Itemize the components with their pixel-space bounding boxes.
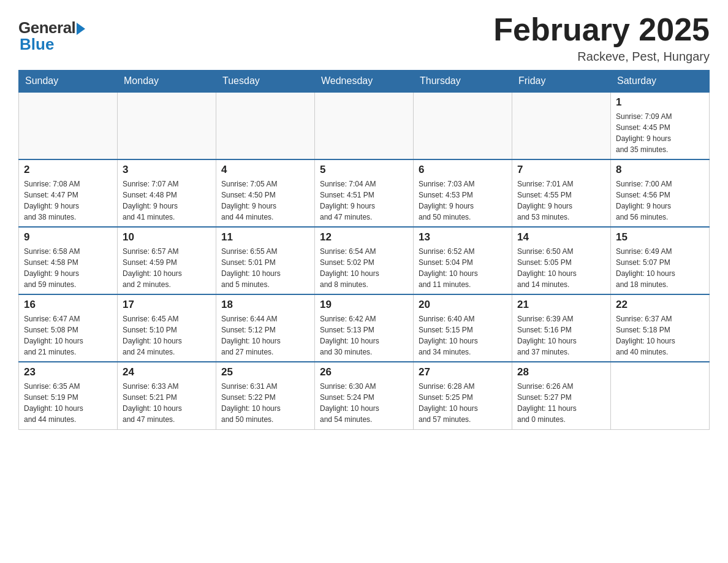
day-number: 17: [123, 299, 211, 311]
logo-blue-text: Blue: [20, 35, 85, 54]
title-block: February 2025 Rackeve, Pest, Hungary: [493, 12, 710, 64]
table-row: [512, 92, 611, 159]
table-row: 4Sunrise: 7:05 AM Sunset: 4:50 PM Daylig…: [216, 159, 315, 227]
month-title: February 2025: [493, 12, 710, 47]
table-row: 2Sunrise: 7:08 AM Sunset: 4:47 PM Daylig…: [19, 159, 118, 227]
day-number: 5: [320, 164, 408, 176]
table-row: 24Sunrise: 6:33 AM Sunset: 5:21 PM Dayli…: [118, 362, 216, 429]
day-info: Sunrise: 6:40 AM Sunset: 5:15 PM Dayligh…: [419, 313, 507, 358]
table-row: 11Sunrise: 6:55 AM Sunset: 5:01 PM Dayli…: [216, 227, 315, 294]
day-number: 11: [221, 231, 309, 243]
day-info: Sunrise: 6:42 AM Sunset: 5:13 PM Dayligh…: [320, 313, 408, 358]
location-text: Rackeve, Pest, Hungary: [493, 50, 710, 64]
day-info: Sunrise: 6:58 AM Sunset: 4:58 PM Dayligh…: [24, 246, 112, 290]
day-number: 18: [221, 299, 309, 311]
day-number: 25: [221, 366, 309, 378]
day-info: Sunrise: 6:28 AM Sunset: 5:25 PM Dayligh…: [419, 381, 507, 425]
table-row: 17Sunrise: 6:45 AM Sunset: 5:10 PM Dayli…: [118, 294, 216, 362]
table-row: 1Sunrise: 7:09 AM Sunset: 4:45 PM Daylig…: [611, 92, 710, 159]
day-info: Sunrise: 6:26 AM Sunset: 5:27 PM Dayligh…: [517, 381, 605, 425]
col-wednesday: Wednesday: [315, 71, 414, 93]
day-number: 13: [419, 231, 507, 243]
weekday-header-row: Sunday Monday Tuesday Wednesday Thursday…: [19, 71, 710, 93]
table-row: 9Sunrise: 6:58 AM Sunset: 4:58 PM Daylig…: [19, 227, 118, 294]
day-info: Sunrise: 6:44 AM Sunset: 5:12 PM Dayligh…: [221, 313, 309, 358]
table-row: [414, 92, 512, 159]
day-info: Sunrise: 6:50 AM Sunset: 5:05 PM Dayligh…: [517, 246, 605, 290]
day-info: Sunrise: 6:52 AM Sunset: 5:04 PM Dayligh…: [419, 246, 507, 290]
col-friday: Friday: [512, 71, 611, 93]
day-number: 1: [616, 96, 704, 109]
col-thursday: Thursday: [414, 71, 512, 93]
table-row: 12Sunrise: 6:54 AM Sunset: 5:02 PM Dayli…: [315, 227, 414, 294]
day-number: 21: [517, 299, 605, 311]
calendar-week-row: 23Sunrise: 6:35 AM Sunset: 5:19 PM Dayli…: [19, 362, 710, 429]
table-row: 20Sunrise: 6:40 AM Sunset: 5:15 PM Dayli…: [414, 294, 512, 362]
table-row: [611, 362, 710, 429]
calendar-table: Sunday Monday Tuesday Wednesday Thursday…: [18, 70, 710, 430]
col-sunday: Sunday: [19, 71, 118, 93]
day-info: Sunrise: 7:00 AM Sunset: 4:56 PM Dayligh…: [616, 178, 704, 223]
table-row: [216, 92, 315, 159]
logo-arrow-icon: [77, 23, 85, 35]
day-number: 19: [320, 299, 408, 311]
table-row: [315, 92, 414, 159]
table-row: 7Sunrise: 7:01 AM Sunset: 4:55 PM Daylig…: [512, 159, 611, 227]
table-row: 19Sunrise: 6:42 AM Sunset: 5:13 PM Dayli…: [315, 294, 414, 362]
col-tuesday: Tuesday: [216, 71, 315, 93]
calendar-week-row: 2Sunrise: 7:08 AM Sunset: 4:47 PM Daylig…: [19, 159, 710, 227]
table-row: 23Sunrise: 6:35 AM Sunset: 5:19 PM Dayli…: [19, 362, 118, 429]
table-row: 15Sunrise: 6:49 AM Sunset: 5:07 PM Dayli…: [611, 227, 710, 294]
day-info: Sunrise: 7:07 AM Sunset: 4:48 PM Dayligh…: [123, 178, 211, 223]
table-row: 26Sunrise: 6:30 AM Sunset: 5:24 PM Dayli…: [315, 362, 414, 429]
day-number: 24: [123, 366, 211, 378]
day-info: Sunrise: 7:01 AM Sunset: 4:55 PM Dayligh…: [517, 178, 605, 223]
day-info: Sunrise: 7:09 AM Sunset: 4:45 PM Dayligh…: [616, 111, 704, 155]
day-info: Sunrise: 7:04 AM Sunset: 4:51 PM Dayligh…: [320, 178, 408, 223]
day-number: 28: [517, 366, 605, 378]
day-info: Sunrise: 6:45 AM Sunset: 5:10 PM Dayligh…: [123, 313, 211, 358]
day-number: 6: [419, 164, 507, 176]
day-info: Sunrise: 6:31 AM Sunset: 5:22 PM Dayligh…: [221, 381, 309, 425]
day-number: 20: [419, 299, 507, 311]
table-row: 21Sunrise: 6:39 AM Sunset: 5:16 PM Dayli…: [512, 294, 611, 362]
table-row: [19, 92, 118, 159]
day-info: Sunrise: 6:54 AM Sunset: 5:02 PM Dayligh…: [320, 246, 408, 290]
day-number: 7: [517, 164, 605, 176]
calendar-week-row: 16Sunrise: 6:47 AM Sunset: 5:08 PM Dayli…: [19, 294, 710, 362]
calendar-week-row: 9Sunrise: 6:58 AM Sunset: 4:58 PM Daylig…: [19, 227, 710, 294]
day-number: 27: [419, 366, 507, 378]
day-info: Sunrise: 6:49 AM Sunset: 5:07 PM Dayligh…: [616, 246, 704, 290]
day-info: Sunrise: 6:57 AM Sunset: 4:59 PM Dayligh…: [123, 246, 211, 290]
day-info: Sunrise: 6:37 AM Sunset: 5:18 PM Dayligh…: [616, 313, 704, 358]
day-number: 4: [221, 164, 309, 176]
table-row: 22Sunrise: 6:37 AM Sunset: 5:18 PM Dayli…: [611, 294, 710, 362]
day-number: 16: [24, 299, 112, 311]
day-number: 26: [320, 366, 408, 378]
col-saturday: Saturday: [611, 71, 710, 93]
day-number: 15: [616, 231, 704, 243]
day-number: 8: [616, 164, 704, 176]
day-info: Sunrise: 6:35 AM Sunset: 5:19 PM Dayligh…: [24, 381, 112, 425]
table-row: 10Sunrise: 6:57 AM Sunset: 4:59 PM Dayli…: [118, 227, 216, 294]
day-info: Sunrise: 6:33 AM Sunset: 5:21 PM Dayligh…: [123, 381, 211, 425]
day-info: Sunrise: 7:03 AM Sunset: 4:53 PM Dayligh…: [419, 178, 507, 223]
day-number: 10: [123, 231, 211, 243]
day-number: 2: [24, 164, 112, 176]
day-info: Sunrise: 6:30 AM Sunset: 5:24 PM Dayligh…: [320, 381, 408, 425]
logo: General Blue: [18, 18, 85, 54]
table-row: 8Sunrise: 7:00 AM Sunset: 4:56 PM Daylig…: [611, 159, 710, 227]
table-row: 13Sunrise: 6:52 AM Sunset: 5:04 PM Dayli…: [414, 227, 512, 294]
day-info: Sunrise: 6:39 AM Sunset: 5:16 PM Dayligh…: [517, 313, 605, 358]
day-info: Sunrise: 7:05 AM Sunset: 4:50 PM Dayligh…: [221, 178, 309, 223]
day-number: 14: [517, 231, 605, 243]
table-row: 5Sunrise: 7:04 AM Sunset: 4:51 PM Daylig…: [315, 159, 414, 227]
table-row: 6Sunrise: 7:03 AM Sunset: 4:53 PM Daylig…: [414, 159, 512, 227]
col-monday: Monday: [118, 71, 216, 93]
table-row: 3Sunrise: 7:07 AM Sunset: 4:48 PM Daylig…: [118, 159, 216, 227]
day-info: Sunrise: 7:08 AM Sunset: 4:47 PM Dayligh…: [24, 178, 112, 223]
table-row: 27Sunrise: 6:28 AM Sunset: 5:25 PM Dayli…: [414, 362, 512, 429]
day-number: 12: [320, 231, 408, 243]
table-row: 18Sunrise: 6:44 AM Sunset: 5:12 PM Dayli…: [216, 294, 315, 362]
page-header: General Blue February 2025 Rackeve, Pest…: [18, 12, 710, 64]
